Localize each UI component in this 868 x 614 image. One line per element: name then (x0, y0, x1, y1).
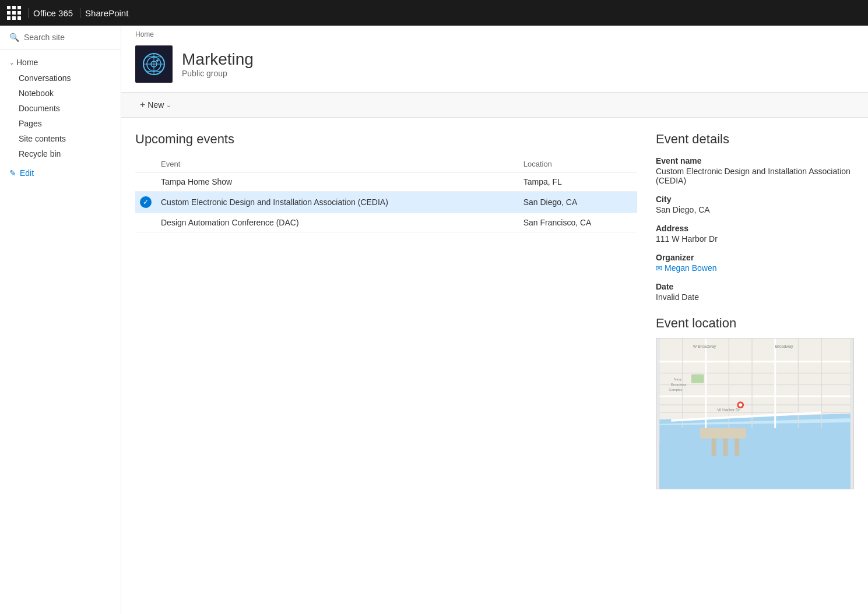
svg-text:Broadway: Broadway (775, 344, 793, 349)
sidebar-documents-label: Documents (19, 104, 60, 113)
organizer-name: Megan Bowen (665, 263, 717, 273)
map-svg: W Broadway Broadway Navy Broadway Comple… (656, 338, 853, 489)
search-bar[interactable]: 🔍 Search site (0, 26, 121, 50)
topbar: Office 365 SharePoint (0, 0, 868, 26)
row-check-cell[interactable] (135, 172, 156, 192)
svg-text:Complex: Complex (669, 388, 682, 391)
svg-text:W Harbor Dr: W Harbor Dr (718, 408, 741, 412)
chevron-down-icon: ⌄ (9, 59, 14, 66)
detail-field-label: Address (656, 224, 854, 233)
check-circle-icon: ✓ (140, 196, 152, 208)
new-button[interactable]: + New ⌄ (135, 97, 175, 112)
sidebar-nav: ⌄ Home Conversations Notebook Documents … (0, 50, 121, 187)
sidebar-item-documents[interactable]: Documents (0, 101, 121, 116)
site-logo (135, 45, 173, 83)
detail-field-label: Organizer (656, 253, 854, 262)
detail-field-label: City (656, 195, 854, 204)
svg-rect-31 (700, 428, 746, 439)
sidebar-pages-label: Pages (19, 119, 42, 128)
waffle-button[interactable] (7, 6, 21, 20)
detail-field: CitySan Diego, CA (656, 195, 854, 214)
detail-field-value: 111 W Harbor Dr (656, 234, 854, 244)
table-row[interactable]: Tampa Home ShowTampa, FL (135, 172, 637, 192)
event-location-map: W Broadway Broadway Navy Broadway Comple… (656, 338, 854, 489)
svg-text:W Broadway: W Broadway (693, 344, 716, 349)
sidebar-conversations-label: Conversations (19, 73, 71, 83)
svg-text:Broadway: Broadway (671, 383, 686, 386)
events-col-location: Location (519, 156, 637, 172)
main-layout: 🔍 Search site ⌄ Home Conversations Noteb… (0, 26, 868, 614)
detail-field-value: Invalid Date (656, 292, 854, 302)
detail-field-value: Custom Electronic Design and Installatio… (656, 167, 854, 185)
event-location-cell: Tampa, FL (519, 172, 637, 192)
sidebar-notebook-label: Notebook (19, 89, 54, 98)
sidebar-home-label: Home (16, 58, 38, 67)
svg-text:Navy: Navy (674, 377, 682, 381)
events-col-event: Event (156, 156, 519, 172)
row-check-cell[interactable]: ✓ (135, 192, 156, 213)
detail-field: Address111 W Harbor Dr (656, 224, 854, 244)
events-section: Upcoming events Event Location Tampa Hom… (135, 132, 637, 600)
svg-point-5 (156, 59, 159, 62)
svg-point-36 (739, 403, 742, 407)
event-location-cell: San Diego, CA (519, 192, 637, 213)
chevron-down-icon: ⌄ (166, 102, 171, 108)
svg-rect-33 (723, 439, 728, 456)
sidebar-item-site-contents[interactable]: Site contents (0, 131, 121, 146)
sidebar-site-contents-label: Site contents (19, 134, 66, 143)
events-table-check-header (135, 156, 156, 172)
detail-field: DateInvalid Date (656, 282, 854, 302)
site-title: Marketing (182, 50, 254, 69)
sidebar-edit-label: Edit (20, 168, 34, 178)
detail-field-label: Date (656, 282, 854, 291)
table-row[interactable]: Design Automation Conference (DAC)San Fr… (135, 213, 637, 232)
event-location-title: Event location (656, 316, 854, 331)
edit-icon: ✎ (9, 168, 16, 178)
page-body: Upcoming events Event Location Tampa Hom… (121, 118, 868, 614)
event-location-cell: San Francisco, CA (519, 213, 637, 232)
event-details-title: Event details (656, 132, 854, 147)
new-label: New (147, 100, 164, 110)
detail-field-value: San Diego, CA (656, 205, 854, 214)
search-icon: 🔍 (9, 33, 19, 42)
table-row[interactable]: ✓Custom Electronic Design and Installati… (135, 192, 637, 213)
marketing-logo-icon (142, 52, 166, 76)
toolbar: + New ⌄ (121, 92, 868, 118)
site-header: Marketing Public group (121, 41, 868, 92)
event-name-cell[interactable]: Tampa Home Show (156, 172, 519, 192)
sidebar-item-notebook[interactable]: Notebook (0, 86, 121, 101)
svg-rect-24 (691, 375, 704, 383)
sidebar-edit-button[interactable]: ✎ Edit (0, 164, 121, 182)
detail-field-label: Event name (656, 156, 854, 165)
sidebar-item-recycle-bin[interactable]: Recycle bin (0, 146, 121, 161)
sidebar-item-home[interactable]: ⌄ Home (0, 54, 121, 70)
content-area: Home Marketing Public group (121, 26, 868, 614)
site-title-group: Marketing Public group (182, 50, 254, 78)
plus-icon: + (140, 100, 145, 110)
row-check-cell[interactable] (135, 213, 156, 232)
event-name-cell[interactable]: Design Automation Conference (DAC) (156, 213, 519, 232)
event-details-section: Event details Event nameCustom Electroni… (656, 132, 854, 600)
events-table: Event Location Tampa Home ShowTampa, FL✓… (135, 156, 637, 232)
mail-icon: ✉ (656, 264, 662, 273)
svg-rect-32 (712, 439, 716, 456)
breadcrumb-home[interactable]: Home (135, 30, 154, 38)
detail-field: Event nameCustom Electronic Design and I… (656, 156, 854, 185)
sidebar-recycle-bin-label: Recycle bin (19, 149, 61, 158)
svg-rect-34 (735, 439, 739, 456)
events-section-title: Upcoming events (135, 132, 637, 147)
office365-label[interactable]: Office 365 (28, 8, 73, 18)
detail-field: Organizer✉Megan Bowen (656, 253, 854, 273)
search-input-label: Search site (24, 33, 65, 42)
sharepoint-label[interactable]: SharePoint (80, 8, 128, 18)
event-name-cell[interactable]: Custom Electronic Design and Installatio… (156, 192, 519, 213)
sidebar-item-pages[interactable]: Pages (0, 116, 121, 131)
breadcrumb[interactable]: Home (121, 26, 868, 41)
site-subtitle: Public group (182, 69, 254, 78)
organizer-link[interactable]: ✉Megan Bowen (656, 263, 854, 273)
sidebar-item-conversations[interactable]: Conversations (0, 70, 121, 86)
sidebar: 🔍 Search site ⌄ Home Conversations Noteb… (0, 26, 121, 614)
